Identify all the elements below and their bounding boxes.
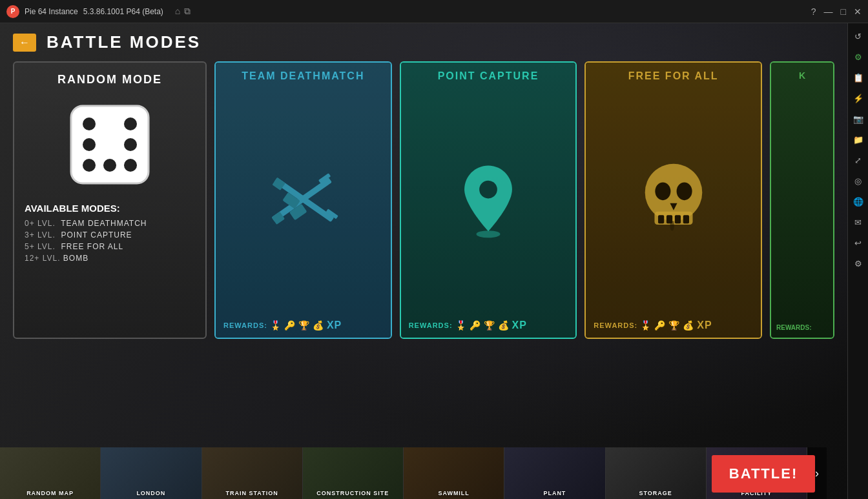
kill-confirmed-rewards: REWARDS: [776,324,811,331]
mode-item-0: 0+ LVL. TEAM DEATHMATCH [25,219,195,228]
free-for-all-title: FREE FOR ALL [586,63,761,90]
page-title: BATTLE MODES [46,32,201,52]
map-strip: RANDOM MAP LONDON TRAIN STATION CONSTRUC… [0,447,827,499]
svg-point-19 [655,182,670,200]
home-icon[interactable]: ⌂ [175,6,180,17]
svg-point-6 [103,159,116,172]
battle-button[interactable]: BATTLE! [712,455,815,493]
sidebar-mail-icon[interactable]: ✉ [849,213,867,231]
kill-confirmed-bg [771,63,833,338]
map-sawmill-label: SAWMILL [404,490,504,496]
map-london[interactable]: LONDON [101,447,202,499]
svg-point-2 [124,117,137,130]
map-construction-site[interactable]: CONSTRUCTION SITE [303,447,404,499]
modes-title: AVAILABLE MODES: [25,203,195,214]
close-icon[interactable]: ✕ [854,6,862,17]
sidebar-folder-icon[interactable]: 📁 [849,130,867,148]
titlebar: P Pie 64 Instance 5.3.86.1001 P64 (Beta)… [0,0,868,23]
map-construction-label: CONSTRUCTION SITE [303,490,403,496]
svg-point-17 [477,230,501,238]
cards-container: RANDOM MODE AVAILABLE MODES: 0+ LVL. TEA… [0,61,847,339]
sidebar-refresh-icon[interactable]: ↺ [849,27,867,45]
kill-confirmed-title: K [771,63,833,88]
restore-icon[interactable]: □ [841,6,846,17]
location-pin-icon [456,163,521,240]
available-modes: AVAILABLE MODES: 0+ LVL. TEAM DEATHMATCH… [25,203,195,265]
point-capture-icon-area [401,90,576,313]
team-deathmatch-icon-area [216,90,391,313]
sidebar-settings-icon[interactable]: ⚙ [849,48,867,66]
map-storage-label: STORAGE [606,490,706,496]
sidebar-camera-icon[interactable]: 📷 [849,110,867,128]
svg-point-3 [83,138,96,151]
back-arrow-icon: ← [19,37,30,48]
map-random-map[interactable]: RANDOM MAP [0,447,101,499]
help-icon[interactable]: ? [811,6,816,17]
free-for-all-rewards: REWARDS: 🎖️ 🔑 🏆 💰 XP [586,313,761,338]
skull-icon [635,163,712,240]
team-deathmatch-rewards: REWARDS: 🎖️ 🔑 🏆 💰 XP [216,313,391,338]
svg-rect-25 [683,215,688,223]
sidebar-target-icon[interactable]: ◎ [849,172,867,190]
svg-point-1 [83,117,96,130]
right-sidebar: ↺ ⚙ 📋 ⚡ 📷 📁 ⤢ ◎ 🌐 ✉ ↩ ⚙ [847,23,868,499]
sidebar-gear-icon[interactable]: ⚙ [849,254,867,272]
crossed-guns-icon [258,169,348,234]
svg-rect-24 [675,215,681,223]
random-mode-title: RANDOM MODE [57,73,162,87]
map-random-label: RANDOM MAP [0,490,100,496]
svg-point-4 [124,138,137,151]
svg-point-5 [83,159,96,172]
kill-confirmed-card[interactable]: K REWARDS: [770,61,834,339]
app-version: 5.3.86.1001 P64 (Beta) [83,7,163,16]
map-sawmill[interactable]: SAWMILL [404,447,504,499]
map-plant-label: PLANT [504,490,604,496]
map-london-label: LONDON [101,490,201,496]
title-icons: ⌂ ⧉ [175,6,191,17]
minimize-icon[interactable]: — [824,6,833,17]
window-controls: ? — □ ✕ [811,6,862,17]
game-area: ← BATTLE MODES RANDOM MODE AVAILABLE MOD… [0,23,847,499]
app-title: Pie 64 Instance [25,7,78,16]
team-deathmatch-title: TEAM DEATHMATCH [216,63,391,90]
svg-rect-22 [658,215,664,223]
mode-item-3: 12+ LVL. BOMB [25,254,195,263]
svg-point-16 [479,181,497,199]
sidebar-resize-icon[interactable]: ⤢ [849,151,867,169]
map-train-station[interactable]: TRAIN STATION [202,447,303,499]
sidebar-lightning-icon[interactable]: ⚡ [849,89,867,107]
free-for-all-card[interactable]: FREE FOR ALL [584,61,762,339]
dice-icon [65,99,155,190]
random-mode-card[interactable]: RANDOM MODE AVAILABLE MODES: 0+ LVL. TEA… [13,61,207,339]
app-icon: P [6,5,19,18]
map-plant[interactable]: PLANT [504,447,605,499]
layout-icon[interactable]: ⧉ [184,6,191,17]
map-storage[interactable]: STORAGE [606,447,707,499]
free-for-all-icon-area [586,90,761,313]
point-capture-rewards: REWARDS: 🎖️ 🔑 🏆 💰 XP [401,313,576,338]
svg-point-20 [676,182,692,200]
sidebar-rotate-icon[interactable]: ↩ [849,234,867,252]
sidebar-clipboard-icon[interactable]: 📋 [849,68,867,87]
point-capture-title: POINT CAPTURE [401,63,576,90]
mode-item-1: 3+ LVL. POINT CAPTURE [25,230,195,239]
header: ← BATTLE MODES [0,23,847,61]
svg-point-7 [124,159,137,172]
team-deathmatch-card[interactable]: TEAM DEATHMATCH [214,61,392,339]
sidebar-globe-icon[interactable]: 🌐 [849,192,867,210]
map-train-label: TRAIN STATION [202,490,302,496]
back-button[interactable]: ← [13,34,36,52]
mode-item-2: 5+ LVL. FREE FOR ALL [25,242,195,251]
point-capture-card[interactable]: POINT CAPTURE REWARDS: 🎖️ 🔑 🏆 💰 XP [400,61,577,339]
